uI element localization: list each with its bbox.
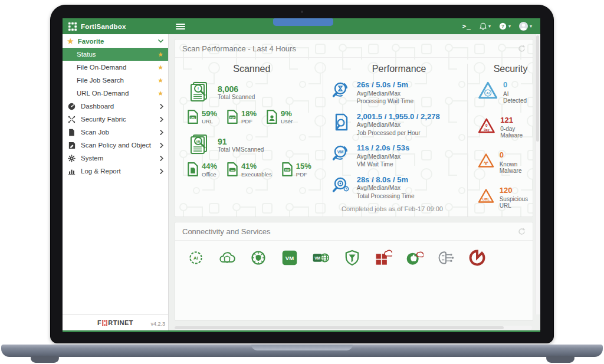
laptop-foot xyxy=(31,356,59,363)
security-label: AI Detected xyxy=(503,91,533,104)
svg-text:.exe: .exe xyxy=(230,169,234,172)
metric-sub2: Job Processed per Hour xyxy=(357,129,440,137)
help-icon: ? xyxy=(499,22,507,30)
pdf-file-icon: PDF xyxy=(226,110,238,124)
breakdown-office: 44% Office xyxy=(187,162,217,177)
hamburger-icon[interactable] xyxy=(176,24,185,29)
sidebar-item-label: Scan Policy and Object xyxy=(81,142,160,149)
sidebar-item-label: System xyxy=(81,155,160,162)
chevron-right-icon xyxy=(160,156,163,161)
svg-text:AI: AI xyxy=(486,91,490,95)
pct-value: 15% xyxy=(296,162,311,170)
security-ai-detected: AI 0 AI Detected xyxy=(477,80,533,104)
pct-label: PDF xyxy=(241,118,257,124)
help-button[interactable]: ? ▾ xyxy=(499,22,511,30)
sidebar-item-status[interactable]: Status ★ xyxy=(63,48,168,61)
refresh-icon[interactable] xyxy=(518,45,526,53)
total-scanned: ! 8,006 Total Scanned xyxy=(188,80,323,104)
webcam-dot xyxy=(301,11,303,13)
security-count: 121 xyxy=(500,116,533,125)
brand: FortiSandbox xyxy=(63,22,169,31)
security-count: 120 xyxy=(500,186,533,195)
star-icon[interactable]: ★ xyxy=(157,77,163,84)
sidebar-item-url-on-demand[interactable]: URL On-Demand ★ xyxy=(63,87,168,100)
svg-text:VM: VM xyxy=(314,256,320,260)
pct-value: 44% xyxy=(202,162,217,170)
notifications-button[interactable]: ▾ xyxy=(480,22,491,30)
pct-value: 59% xyxy=(202,110,217,118)
vertical-scrollbar[interactable] xyxy=(535,34,540,314)
sidebar-item-file-on-demand[interactable]: File On-Demand ★ xyxy=(63,61,168,74)
sidebar-item-label: Log & Report xyxy=(81,168,160,175)
pct-label: Office xyxy=(202,171,217,178)
svg-text:VM: VM xyxy=(196,140,201,143)
macos-cloud-vm-icon xyxy=(406,249,424,267)
metric-sub2: VM Wait Time xyxy=(357,160,410,169)
service-status-icon xyxy=(468,249,486,267)
star-icon[interactable]: ★ xyxy=(157,51,163,58)
pct-value: 18% xyxy=(241,110,257,118)
star-icon[interactable]: ★ xyxy=(157,64,163,71)
user-menu-button[interactable]: ▾ xyxy=(519,22,532,31)
document-magnifier-icon xyxy=(331,112,352,132)
total-vmscanned-value: 91 xyxy=(218,137,264,146)
sidebar-item-file-job-search[interactable]: File Job Search ★ xyxy=(63,74,168,87)
neural-network-icon xyxy=(437,249,455,267)
svg-text:VM: VM xyxy=(285,255,294,261)
chevron-right-icon xyxy=(160,117,163,122)
star-icon[interactable]: ★ xyxy=(157,90,163,97)
scrollbar-thumb[interactable] xyxy=(175,326,504,329)
chevron-down-icon xyxy=(158,39,163,43)
sidebar-item-scan-policy[interactable]: Scan Policy and Object xyxy=(63,139,168,152)
caret-down-icon: ▾ xyxy=(488,24,491,29)
page: FortiSandbox >_ ▾ xyxy=(0,0,604,364)
svg-text:URL: URL xyxy=(482,197,490,201)
windows-cloud-vm-icon xyxy=(375,249,392,267)
svg-text:Day: Day xyxy=(484,127,490,131)
fortinet-logo: F RTINET xyxy=(97,319,133,326)
svg-text:PDF: PDF xyxy=(285,169,290,172)
vm-engine-icon: VM xyxy=(281,249,298,267)
document-scan-icon: ! xyxy=(188,80,212,104)
breakdown-pdf-vm: PDF 15% PDF xyxy=(281,162,311,177)
pct-label: PDF xyxy=(296,171,311,178)
total-scanned-value: 8,006 xyxy=(218,84,255,94)
refresh-icon[interactable] xyxy=(518,228,526,235)
screen-bottom-edge xyxy=(63,330,540,332)
metric-total-processing: 28s / 8.0s / 5m Avg/Median/Max Total Pro… xyxy=(331,175,467,201)
sidebar-item-scan-job[interactable]: Scan Job xyxy=(63,126,168,139)
sidebar: ★ Favorite Status ★ File On-Demand ★ xyxy=(63,34,169,330)
web-service-icon xyxy=(250,249,267,267)
bell-icon xyxy=(480,22,487,30)
performance-header: Performance xyxy=(331,64,467,74)
panel-header: Scan Performance - Last 4 Hours xyxy=(175,40,533,58)
laptop-foot xyxy=(546,356,575,363)
cli-console-button[interactable]: >_ xyxy=(462,22,471,30)
zero-day-triangle-icon: 0 Day xyxy=(477,116,496,136)
brand-name: FortiSandbox xyxy=(81,23,126,30)
metric-processing-wait: 26s / 5.0s / 5m Avg/Median/Max Processin… xyxy=(331,80,467,106)
sidebar-item-dashboard[interactable]: Dashboard xyxy=(63,100,168,113)
screen: FortiSandbox >_ ▾ xyxy=(63,18,540,332)
sidebar-item-system[interactable]: System xyxy=(63,152,168,165)
panel-title: Connectivity and Services xyxy=(182,227,271,236)
fortinet-grid-red-icon xyxy=(102,320,107,326)
sidebar-item-log-report[interactable]: Log & Report xyxy=(63,165,168,178)
scan-performance-panel: Scan Performance - Last 4 Hours Scanned xyxy=(175,39,533,217)
horizontal-scrollbar[interactable] xyxy=(175,326,532,330)
metric-value: 28s / 8.0s / 5m xyxy=(357,175,415,185)
vmscanned-breakdown: 44% Office .exe xyxy=(187,162,323,177)
laptop-base-notch xyxy=(251,345,353,350)
sidebar-favorite-header[interactable]: ★ Favorite xyxy=(63,34,168,48)
panel-title: Scan Performance - Last 4 Hours xyxy=(182,44,296,53)
top-blue-tab xyxy=(273,18,333,26)
main-content: Scan Performance - Last 4 Hours Scanned xyxy=(169,34,540,330)
file-icon xyxy=(67,129,76,136)
scanned-column: Scanned ! xyxy=(181,64,323,217)
scrollbar-thumb[interactable] xyxy=(536,35,539,142)
pct-label: Executables xyxy=(241,171,272,178)
navbar-actions: >_ ▾ ? ▾ xyxy=(462,22,540,31)
user-file-icon xyxy=(266,110,278,124)
sidebar-item-security-fabric[interactable]: Security Fabric xyxy=(63,113,168,126)
metric-sub1: Avg/Median/Max xyxy=(357,90,413,98)
